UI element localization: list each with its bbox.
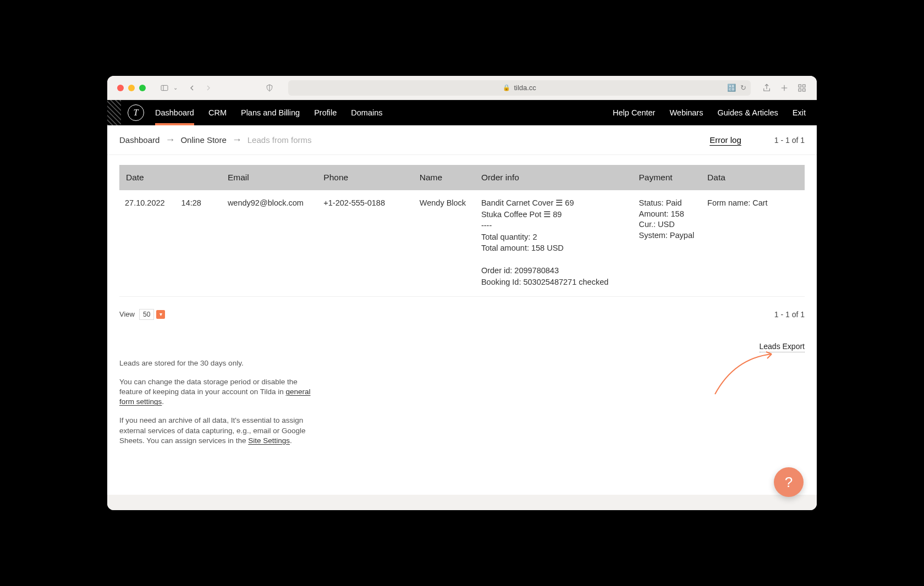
cell-date: 27.10.2022: [125, 198, 165, 209]
shield-icon[interactable]: [262, 80, 277, 96]
view-label: View: [119, 310, 135, 318]
cell-time: 14:28: [182, 198, 201, 209]
translate-icon[interactable]: 🔠: [727, 84, 736, 92]
breadcrumb: Dashboard → Online Store → Leads from fo…: [107, 125, 817, 155]
pagination-bottom: 1 - 1 of 1: [774, 310, 805, 319]
col-name: Name: [414, 165, 476, 190]
nav-plans-and-billing[interactable]: Plans and Billing: [241, 101, 300, 125]
svg-rect-7: [803, 89, 806, 91]
info-p2: You can change the data storage period o…: [119, 377, 317, 407]
reload-icon[interactable]: ↻: [740, 84, 746, 92]
url-text: tilda.cc: [514, 84, 536, 92]
arrow-right-icon: →: [232, 134, 242, 146]
nav-profile[interactable]: Profile: [314, 101, 337, 125]
nav-domains[interactable]: Domains: [351, 101, 382, 125]
col-data: Data: [702, 165, 805, 190]
window-close-icon[interactable]: [117, 85, 124, 91]
app-header: T DashboardCRMPlans and BillingProfileDo…: [107, 100, 817, 125]
tabs-overview-icon[interactable]: [797, 83, 807, 93]
col-payment: Payment: [633, 165, 702, 190]
nav-crm[interactable]: CRM: [208, 101, 227, 125]
svg-rect-0: [161, 85, 168, 90]
decorative-pattern: [107, 100, 121, 125]
arrow-right-icon: →: [165, 134, 175, 146]
col-email: Email: [222, 165, 318, 190]
nav-guides-articles[interactable]: Guides & Articles: [717, 108, 778, 117]
cell-payment: Status: PaidAmount: 158Cur.: USDSystem: …: [633, 190, 702, 296]
nav-dashboard[interactable]: Dashboard: [155, 101, 194, 125]
col-order-info: Order info: [476, 165, 634, 190]
annotation-arrow-icon: [712, 347, 778, 397]
crumb-online-store[interactable]: Online Store: [180, 135, 226, 145]
nav-exit[interactable]: Exit: [793, 108, 806, 117]
window-minimize-icon[interactable]: [128, 85, 135, 91]
chevron-down-icon[interactable]: ⌄: [173, 85, 178, 91]
browser-chrome: ⌄ 🔒 tilda.cc 🔠 ↻: [107, 76, 817, 100]
new-tab-icon[interactable]: [779, 83, 789, 93]
col-phone: Phone: [318, 165, 414, 190]
cell-data: Form name: Cart: [702, 190, 805, 296]
leads-table: DateEmailPhoneNameOrder infoPaymentData …: [119, 165, 805, 297]
site-settings-link[interactable]: Site Settings: [248, 436, 290, 445]
svg-rect-4: [799, 85, 801, 87]
view-select[interactable]: 50: [139, 309, 154, 320]
tilda-logo-icon[interactable]: T: [128, 104, 144, 121]
nav-webinars[interactable]: Webinars: [669, 108, 703, 117]
error-log-link[interactable]: Error log: [710, 135, 741, 145]
nav-forward-icon[interactable]: [201, 80, 216, 96]
crumb-dashboard[interactable]: Dashboard: [119, 135, 160, 145]
cell-phone: +1-202-555-0188: [318, 190, 414, 296]
nav-back-icon[interactable]: [184, 80, 200, 96]
sidebar-toggle-icon[interactable]: [157, 80, 172, 96]
info-block: Leads are stored for the 30 days only. Y…: [119, 358, 317, 446]
cell-name: Wendy Block: [414, 190, 476, 296]
svg-rect-5: [803, 85, 806, 87]
info-p3: If you need an archive of all data, It's…: [119, 416, 317, 446]
pagination-top: 1 - 1 of 1: [774, 136, 805, 145]
share-icon[interactable]: [762, 83, 772, 93]
dropdown-icon[interactable]: ▾: [156, 310, 165, 319]
svg-rect-6: [799, 89, 801, 91]
help-fab-button[interactable]: ?: [774, 467, 804, 497]
cell-email: wendy92@block.com: [222, 190, 318, 296]
info-p1: Leads are stored for the 30 days only.: [119, 358, 317, 368]
nav-help-center[interactable]: Help Center: [613, 108, 655, 117]
footer: [107, 495, 817, 510]
table-row[interactable]: 27.10.202214:28wendy92@block.com+1-202-5…: [119, 190, 805, 296]
cell-order-info: Bandit Carnet Cover ☰ 69Stuka Coffee Pot…: [476, 190, 634, 296]
url-bar[interactable]: 🔒 tilda.cc 🔠 ↻: [288, 80, 751, 96]
window-maximize-icon[interactable]: [139, 85, 146, 91]
col-date: Date: [119, 165, 222, 190]
lock-icon: 🔒: [503, 84, 510, 91]
crumb-current: Leads from forms: [248, 135, 312, 145]
